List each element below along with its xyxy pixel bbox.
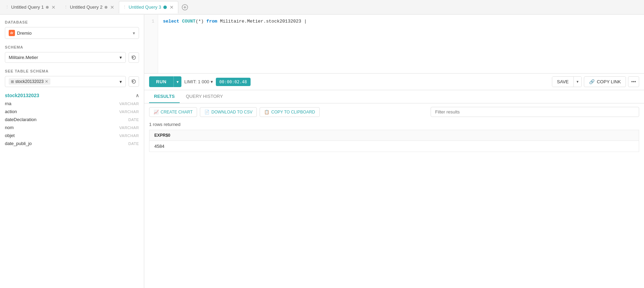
tab-query-history[interactable]: QUERY HISTORY (181, 90, 228, 103)
kw-from: from (206, 19, 217, 24)
tab-menu-icon-3: ⋮ (123, 5, 127, 9)
create-chart-button[interactable]: 📈 CREATE CHART (149, 107, 197, 117)
field-action: action VARCHAR (5, 108, 139, 116)
save-button[interactable]: SAVE (552, 77, 574, 87)
run-dropdown-button[interactable]: ▾ (173, 76, 181, 87)
add-tab-button[interactable] (180, 3, 189, 12)
tab-menu-icon-2: ⋮ (64, 5, 68, 9)
code-table: Militaire.Metier.stock20132023 | (217, 19, 307, 24)
field-dateDeclaration-name: dateDeclaration (5, 117, 36, 122)
table-chevron-icon: ▾ (120, 79, 122, 84)
cell-expr0-0: 4584 (149, 141, 639, 152)
clipboard-icon: 📋 (264, 110, 269, 115)
save-button-group: SAVE ▾ (552, 76, 582, 87)
copy-link-label: COPY LINK (597, 79, 621, 84)
kw-select: select (163, 19, 179, 24)
schema-label: SCHEMA (5, 45, 139, 49)
toolbar-right: SAVE ▾ 🔗 COPY LINK ••• (552, 76, 639, 87)
schema-chevron-icon: ▾ (120, 55, 122, 60)
code-content[interactable]: select COUNT(*) from Militaire.Metier.st… (158, 15, 644, 73)
schema-row: Militaire.Metier ▾ (5, 52, 139, 63)
tab-dot-green-3 (163, 6, 167, 9)
code-args: (*) (196, 19, 204, 24)
table-name: stock20132023 (15, 79, 43, 84)
table-tag-remove[interactable]: ✕ (45, 79, 48, 84)
tab-bar: ⋮ Untitled Query 1 ✕ ⋮ Untitled Query 2 … (0, 0, 644, 15)
download-icon: 📄 (204, 110, 210, 115)
tab-query-2[interactable]: ⋮ Untitled Query 2 ✕ (60, 1, 119, 14)
tab-menu-icon-1: ⋮ (5, 5, 9, 9)
field-dateDeclaration: dateDeclaration DATE (5, 116, 139, 124)
database-label: DATABASE (5, 20, 139, 24)
field-rna-type: VARCHAR (119, 102, 139, 106)
database-chevron-icon: ▾ (133, 31, 135, 36)
field-date_publi_jo-name: date_publi_jo (5, 141, 32, 146)
limit-label: LIMIT: (184, 79, 196, 84)
schema-value: Militaire.Metier (9, 55, 38, 60)
tab-label-1: Untitled Query 1 (11, 5, 44, 10)
tab-label-2: Untitled Query 2 (70, 5, 103, 10)
field-rna-name: rna (5, 101, 11, 106)
limit-selector[interactable]: 1 000 ▾ (198, 79, 213, 84)
field-action-type: VARCHAR (119, 110, 139, 114)
tree-title-text: stock20132023 (5, 93, 39, 98)
field-action-name: action (5, 109, 17, 114)
field-date_publi_jo: date_publi_jo DATE (5, 139, 139, 147)
results-tabs: RESULTS QUERY HISTORY (144, 90, 644, 103)
tab-query-3[interactable]: ⋮ Untitled Query 3 ✕ (119, 1, 178, 14)
filter-input[interactable] (431, 107, 639, 117)
field-nom-name: nom (5, 125, 14, 130)
code-editor[interactable]: 1 select COUNT(*) from Militaire.Metier.… (144, 15, 644, 74)
code-space1 (179, 19, 182, 24)
save-dropdown-button[interactable]: ▾ (573, 77, 581, 87)
sidebar: DATABASE dr Dremio ▾ SCHEMA Militaire.Me… (0, 15, 144, 288)
table-wrapper: EXPR$0 4584 (144, 130, 644, 288)
tab-label-3: Untitled Query 3 (129, 5, 161, 10)
database-select[interactable]: dr Dremio ▾ (5, 27, 139, 39)
query-timer: 00:00:02.48 (216, 78, 250, 86)
copy-clipboard-label: COPY TO CLIPBOARD (271, 110, 315, 115)
tab-dot-1 (46, 6, 49, 9)
schema-refresh-button[interactable] (129, 52, 139, 63)
line-number-1: 1 (144, 18, 154, 25)
limit-value-text: 1 000 (198, 79, 210, 84)
copy-clipboard-button[interactable]: 📋 COPY TO CLIPBOARD (260, 107, 319, 117)
field-nom: nom VARCHAR (5, 124, 139, 132)
tree-collapse-button[interactable]: ∧ (136, 93, 139, 98)
results-toolbar: 📈 CREATE CHART 📄 DOWNLOAD TO CSV 📋 COPY … (144, 103, 644, 120)
tab-close-3[interactable]: ✕ (169, 5, 174, 10)
chart-icon: 📈 (154, 110, 159, 115)
table-tag: ⊞ stock20132023 ✕ (9, 78, 50, 85)
more-options-button[interactable]: ••• (628, 76, 639, 87)
run-button-group: RUN ▾ (149, 76, 181, 87)
col-header-expr0: EXPR$0 (149, 130, 639, 141)
tab-close-2[interactable]: ✕ (109, 5, 115, 10)
editor-area: 1 select COUNT(*) from Militaire.Metier.… (144, 15, 644, 288)
results-table: EXPR$0 4584 (149, 130, 639, 152)
download-csv-label: DOWNLOAD TO CSV (211, 110, 252, 115)
tab-results[interactable]: RESULTS (149, 90, 180, 103)
create-chart-label: CREATE CHART (161, 110, 193, 115)
field-objet: objet VARCHAR (5, 132, 139, 139)
database-icon: dr (9, 30, 15, 36)
schema-fields: rna VARCHAR action VARCHAR dateDeclarati… (5, 100, 139, 147)
table-refresh-button[interactable] (129, 76, 139, 87)
table-selector-row: ⊞ stock20132023 ✕ ▾ (5, 76, 139, 87)
query-toolbar: RUN ▾ LIMIT: 1 000 ▾ 00:00:02.48 SAVE ▾ … (144, 74, 644, 90)
field-dateDeclaration-type: DATE (128, 118, 139, 122)
code-space2 (204, 19, 206, 24)
download-csv-button[interactable]: 📄 DOWNLOAD TO CSV (200, 107, 257, 117)
limit-group: LIMIT: 1 000 ▾ (184, 79, 213, 84)
tab-dot-2 (105, 6, 107, 9)
database-value: Dremio (17, 31, 32, 36)
field-nom-type: VARCHAR (119, 126, 139, 130)
results-area: RESULTS QUERY HISTORY 📈 CREATE CHART 📄 D… (144, 90, 644, 288)
tab-query-1[interactable]: ⋮ Untitled Query 1 ✕ (1, 1, 60, 14)
limit-chevron-icon: ▾ (211, 79, 213, 84)
table-selector[interactable]: ⊞ stock20132023 ✕ ▾ (5, 76, 126, 87)
schema-select[interactable]: Militaire.Metier ▾ (5, 52, 126, 63)
tab-close-1[interactable]: ✕ (51, 5, 56, 10)
copy-link-button[interactable]: 🔗 COPY LINK (584, 76, 626, 87)
line-numbers: 1 (144, 15, 158, 73)
run-button[interactable]: RUN (149, 76, 173, 87)
